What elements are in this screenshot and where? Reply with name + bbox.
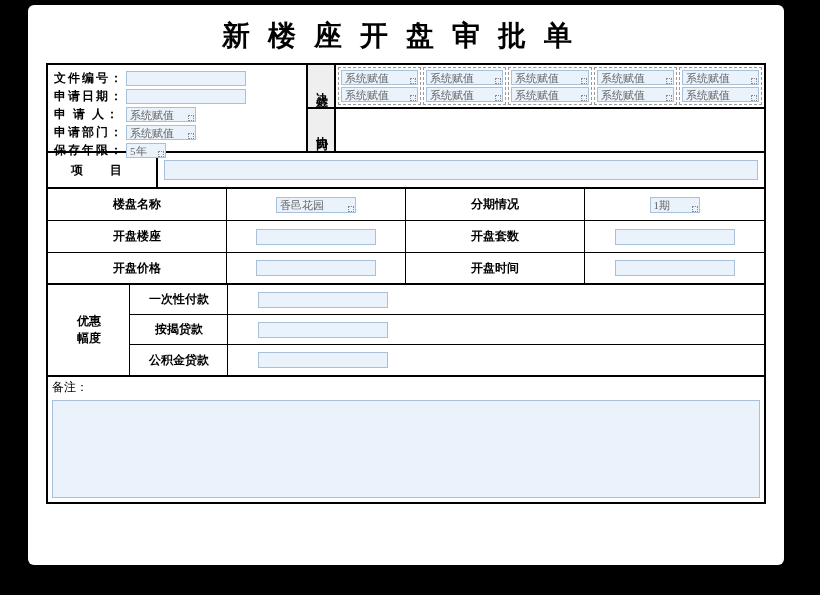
approver-slot[interactable]: 系统赋值 [597, 70, 674, 85]
grid-row-building: 开盘楼座 开盘套数 [48, 221, 764, 253]
assist-cells [336, 109, 764, 151]
units-input[interactable] [615, 229, 735, 245]
meta-block: 文件编号： 申请日期： 申 请 人： 系统赋值 申请部门： 系统赋值 保存年限： [48, 65, 306, 151]
units-label: 开盘套数 [406, 221, 585, 252]
approver-slot[interactable]: 系统赋值 [597, 87, 674, 102]
decision-cells: 系统赋值 系统赋值 系统赋值 系统赋值 系统赋值 系统赋值 系统赋值 [336, 65, 764, 107]
fund-label: 公积金贷款 [130, 345, 228, 375]
approver-col: 系统赋值 系统赋值 [508, 67, 591, 105]
retention-value[interactable]: 5年 [126, 143, 166, 158]
approver-slot[interactable]: 系统赋值 [341, 87, 418, 102]
doc-no-input[interactable] [126, 71, 246, 86]
header-section: 文件编号： 申请日期： 申 请 人： 系统赋值 申请部门： 系统赋值 保存年限： [48, 65, 764, 153]
apply-date-input[interactable] [126, 89, 246, 104]
applicant-label: 申 请 人： [54, 106, 126, 123]
price-label: 开盘价格 [48, 253, 227, 283]
phase-value[interactable]: 1期 [650, 197, 700, 213]
form-page: 新楼座开盘审批单 文件编号： 申请日期： 申 请 人： 系统赋值 申请部门： [28, 5, 784, 565]
applicant-value[interactable]: 系统赋值 [126, 107, 196, 122]
discount-side-label: 优惠幅度 [48, 285, 130, 375]
discount-block: 优惠幅度 一次性付款 按揭贷款 公积金贷款 [48, 285, 764, 377]
project-row: 项 目 [48, 153, 764, 189]
decision-label: 决裁 [306, 65, 336, 107]
approver-col: 系统赋值 系统赋值 [679, 67, 762, 105]
assist-label: 协同 [306, 109, 336, 151]
time-input[interactable] [615, 260, 735, 276]
form-title: 新楼座开盘审批单 [28, 5, 784, 63]
price-input[interactable] [256, 260, 376, 276]
building-label: 开盘楼座 [48, 221, 227, 252]
approver-slot[interactable]: 系统赋值 [426, 70, 503, 85]
estate-value[interactable]: 香邑花园 [276, 197, 356, 213]
approver-slot[interactable]: 系统赋值 [682, 87, 759, 102]
approver-slot[interactable]: 系统赋值 [511, 87, 588, 102]
lump-input[interactable] [258, 292, 388, 308]
project-input[interactable] [164, 160, 758, 180]
form-body: 文件编号： 申请日期： 申 请 人： 系统赋值 申请部门： 系统赋值 保存年限： [46, 63, 766, 504]
doc-no-label: 文件编号： [54, 70, 126, 87]
approver-col: 系统赋值 系统赋值 [338, 67, 421, 105]
grid-row-price: 开盘价格 开盘时间 [48, 253, 764, 285]
lump-label: 一次性付款 [130, 285, 228, 314]
grid-row-estate: 楼盘名称 香邑花园 分期情况 1期 [48, 189, 764, 221]
approver-slot[interactable]: 系统赋值 [682, 70, 759, 85]
time-label: 开盘时间 [406, 253, 585, 283]
approver-col: 系统赋值 系统赋值 [423, 67, 506, 105]
approver-slot[interactable]: 系统赋值 [341, 70, 418, 85]
building-input[interactable] [256, 229, 376, 245]
approver-col: 系统赋值 系统赋值 [594, 67, 677, 105]
project-label: 项 目 [48, 153, 158, 187]
phase-label: 分期情况 [406, 189, 585, 220]
estate-label: 楼盘名称 [48, 189, 227, 220]
remark-label: 备注： [48, 377, 764, 398]
approval-block: 决裁 系统赋值 系统赋值 系统赋值 系统赋值 系统赋值 系统赋值 [306, 65, 764, 151]
remark-input[interactable] [52, 400, 760, 498]
approver-slot[interactable]: 系统赋值 [426, 87, 503, 102]
fund-input[interactable] [258, 352, 388, 368]
mortgage-label: 按揭贷款 [130, 315, 228, 344]
mortgage-input[interactable] [258, 322, 388, 338]
dept-value[interactable]: 系统赋值 [126, 125, 196, 140]
dept-label: 申请部门： [54, 124, 126, 141]
apply-date-label: 申请日期： [54, 88, 126, 105]
approver-slot[interactable]: 系统赋值 [511, 70, 588, 85]
